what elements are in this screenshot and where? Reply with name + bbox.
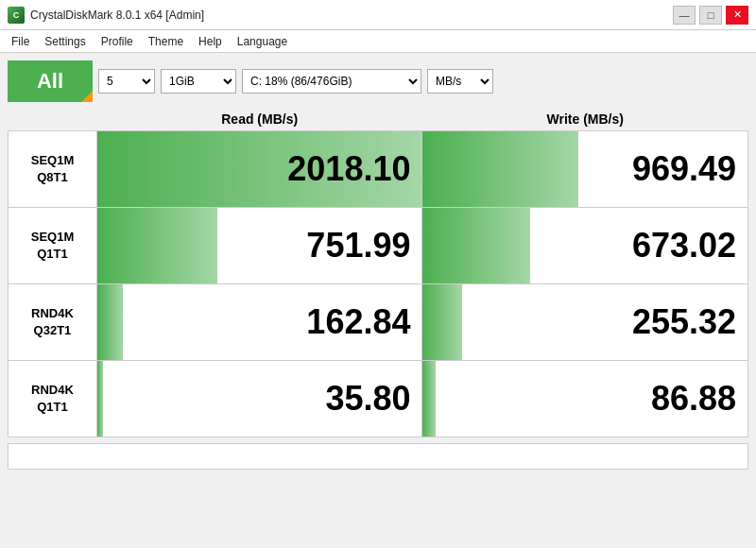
menu-item-help[interactable]: Help: [191, 33, 230, 50]
benchmark-table: Read (MB/s) Write (MB/s) SEQ1MQ8T12018.1…: [8, 108, 748, 437]
window-title: CrystalDiskMark 8.0.1 x64 [Admin]: [30, 9, 204, 22]
row-write-value-3: 86.88: [422, 361, 747, 437]
menu-bar: FileSettingsProfileThemeHelpLanguage: [0, 30, 756, 53]
size-select[interactable]: 1GiB512MiB256MiB4GiB: [161, 69, 236, 94]
row-read-value-1: 751.99: [97, 208, 422, 283]
row-label-0: SEQ1MQ8T1: [9, 131, 97, 208]
row-read-2: 162.84: [96, 284, 422, 361]
unit-select[interactable]: MB/sGB/sIOPSμs: [427, 69, 493, 94]
table-header: Read (MB/s) Write (MB/s): [9, 108, 748, 131]
row-label-3: RND4KQ1T1: [9, 361, 97, 437]
status-bar: [8, 443, 748, 470]
row-write-2: 255.32: [422, 284, 748, 361]
title-controls: — □ ✕: [673, 6, 748, 25]
row-write-3: 86.88: [422, 361, 748, 437]
menu-item-settings[interactable]: Settings: [37, 33, 93, 50]
menu-item-language[interactable]: Language: [230, 33, 295, 50]
menu-item-profile[interactable]: Profile: [94, 33, 141, 50]
row-read-value-2: 162.84: [97, 284, 422, 360]
menu-item-theme[interactable]: Theme: [141, 33, 191, 50]
row-read-1: 751.99: [96, 208, 422, 284]
table-row: RND4KQ1T135.8086.88: [9, 361, 748, 437]
app-icon: C: [8, 7, 25, 24]
minimize-button[interactable]: —: [673, 6, 696, 25]
table-row: SEQ1MQ1T1751.99673.02: [9, 208, 748, 284]
drive-select[interactable]: C: 18% (86/476GiB)D:E:: [242, 69, 421, 94]
row-label-1: SEQ1MQ1T1: [9, 208, 97, 284]
menu-item-file[interactable]: File: [4, 33, 37, 50]
title-left: C CrystalDiskMark 8.0.1 x64 [Admin]: [8, 7, 204, 24]
header-read: Read (MB/s): [96, 108, 422, 131]
header-write: Write (MB/s): [422, 108, 748, 131]
row-write-value-1: 673.02: [422, 208, 747, 283]
maximize-button[interactable]: □: [699, 6, 722, 25]
title-bar: C CrystalDiskMark 8.0.1 x64 [Admin] — □ …: [0, 0, 756, 30]
row-read-value-0: 2018.10: [97, 131, 422, 207]
row-write-0: 969.49: [422, 131, 748, 208]
row-read-0: 2018.10: [96, 131, 422, 208]
runs-select[interactable]: 5139: [98, 69, 155, 94]
row-read-3: 35.80: [96, 361, 422, 437]
table-row: SEQ1MQ8T12018.10969.49: [9, 131, 748, 208]
row-write-value-0: 969.49: [422, 131, 747, 207]
row-label-2: RND4KQ32T1: [9, 284, 97, 361]
close-button[interactable]: ✕: [726, 6, 748, 25]
table-row: RND4KQ32T1162.84255.32: [9, 284, 748, 361]
all-button[interactable]: All: [8, 60, 93, 102]
main-content: All 5139 1GiB512MiB256MiB4GiB C: 18% (86…: [0, 53, 756, 477]
row-read-value-3: 35.80: [97, 361, 422, 437]
all-label: All: [37, 69, 63, 94]
row-write-value-2: 255.32: [422, 284, 747, 360]
header-empty: [9, 108, 97, 131]
controls-row: All 5139 1GiB512MiB256MiB4GiB C: 18% (86…: [8, 60, 748, 102]
row-write-1: 673.02: [422, 208, 748, 284]
